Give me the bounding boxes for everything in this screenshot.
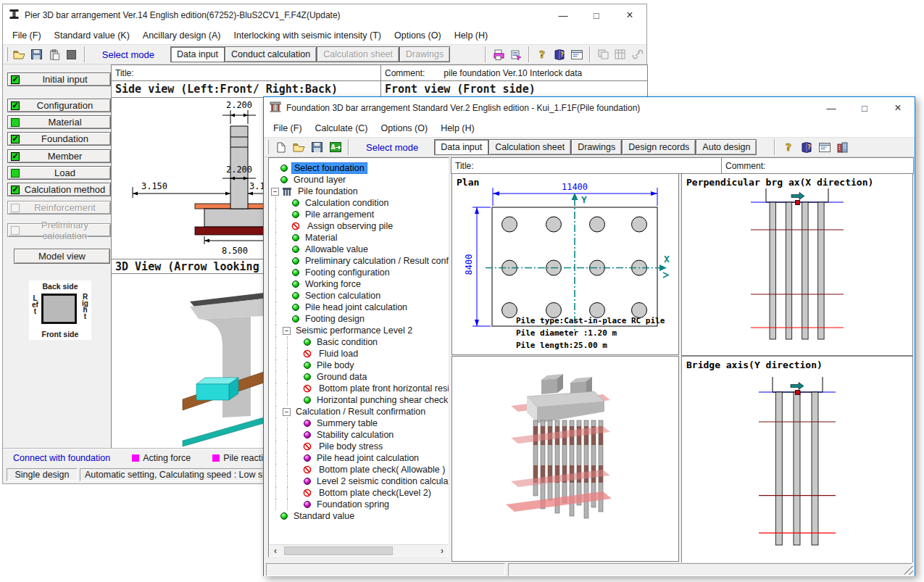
office-building-icon[interactable] [833,139,852,155]
tree-item-ground-layer[interactable]: Ground layer [270,174,447,186]
tree-expander-icon[interactable]: − [271,188,279,196]
grid-icon [612,46,629,62]
tree-item-pile-body[interactable]: Pile body [270,359,447,371]
tree-item-seismic-performance-level-2[interactable]: −Seismic performance Level 2 [270,325,447,336]
tree-item-pile-arrangement[interactable]: Pile arrangement [270,209,447,220]
scroll-left-button[interactable]: ‹ [270,545,281,557]
mode-button-data-input[interactable]: Data input [434,139,488,155]
maximize-button[interactable]: □ [848,97,881,119]
tree-guide [282,383,294,394]
tree-item-pile-head-joint-calculation[interactable]: Pile head joint calculation [270,452,447,464]
menu-item-options-o[interactable]: Options (O) [375,123,435,133]
print-settings-icon[interactable] [507,46,525,62]
mode-button-design-records[interactable]: Design records [622,139,696,155]
mode-button-conduct-calculation[interactable]: Conduct calculation [225,46,317,62]
sidebar-button-foundation[interactable]: ✓Foundation [7,132,111,146]
menu-item-help-h[interactable]: Help (H) [448,30,495,41]
tree-item-preliminary-calculation-result-conf[interactable]: Preliminary calculation / Result conf [270,255,447,267]
tree-item-footing-configuration[interactable]: Footing configuration [270,267,447,278]
pier-comment-field[interactable]: Comment: pile foundation Ver.10 Interloc… [380,65,648,81]
tree-item-foundation-spring[interactable]: Foundation spring [270,499,447,510]
menu-item-file-f[interactable]: File (F) [6,30,48,41]
pier-title-field[interactable]: Title: [111,65,381,81]
tree-item-calculation-result-confirmation[interactable]: −Calculation / Result confirmation [270,406,447,417]
export-icon[interactable]: A [326,139,344,155]
help-contents-icon[interactable]: ? [551,46,568,62]
tree-item-select-foundation[interactable]: Select foundation [270,162,447,174]
menu-item-ancillary-design-a[interactable]: Ancillary design (A) [136,30,228,41]
not-applicable-icon [303,442,314,452]
save-icon[interactable] [28,46,46,62]
checkbox-icon: ✓ [11,135,20,144]
mode-button-drawings[interactable]: Drawings [571,139,622,155]
open-folder-icon[interactable] [11,46,28,62]
foundation-titlebar[interactable]: Foundation 3D bar arrangement Standard V… [264,97,915,119]
tree-item-fluid-load[interactable]: Fluid load [270,348,447,359]
resize-grip[interactable] [904,566,913,575]
tree-horizontal-scrollbar[interactable]: ‹ › [270,544,448,556]
sidebar-button-initial-input[interactable]: ✓Initial input [7,72,111,86]
tree-item-bottom-plate-check-allowable[interactable]: Bottom plate check( Allowable ) [270,464,447,475]
tree-expander-icon[interactable]: − [283,327,291,335]
tree-item-summery-table[interactable]: Summery table [270,417,447,429]
foundation-title-field[interactable]: Title: [451,157,722,174]
tree-item-bottom-plate-front-horizontal-resi[interactable]: Bottom plate front horizontal resi [270,383,447,394]
scroll-right-button[interactable]: › [436,545,448,557]
tree-item-pile-body-stress[interactable]: Pile body stress [270,441,447,452]
version-info-icon[interactable] [815,139,833,155]
tree-item-pile-head-joint-calculation[interactable]: Pile head joint calculation [270,302,447,313]
tree-item-standard-value[interactable]: Standard value [270,510,447,522]
tree-item-ground-data[interactable]: Ground data [270,371,447,383]
tree-item-horizontal-punching-shear-check[interactable]: Horizontal punching shear check [270,394,447,406]
sidebar-button-configuration[interactable]: ✓Configuration [7,99,111,112]
tree-item-calculation-condition[interactable]: Calculation condition [270,197,447,209]
open-folder-icon[interactable] [290,139,308,155]
help-icon[interactable]: ? [779,139,797,155]
new-file-icon[interactable] [272,139,290,155]
close-button[interactable]: × [881,97,915,119]
tree-item-level-2-seismic-condition-calcula[interactable]: Level 2 seismic condition calcula [270,475,447,487]
paste-icon[interactable] [46,46,63,62]
save-icon[interactable] [308,139,326,155]
tree-item-pile-foundation[interactable]: −Pile foundation [270,186,447,197]
menu-item-file-f[interactable]: File (F) [267,123,309,133]
minimize-button[interactable]: — [815,97,848,119]
close-button[interactable]: × [613,4,646,26]
mode-button-auto-design[interactable]: Auto design [696,139,757,155]
menu-item-calculate-c[interactable]: Calculate (C) [309,123,375,133]
sidebar-button-member[interactable]: ✓Member [7,149,111,163]
tree-item-basic-condition[interactable]: Basic condition [270,336,447,348]
scroll-thumb[interactable] [284,546,393,555]
tree-item-section-calculation[interactable]: Section calculation [270,290,447,302]
maximize-button[interactable]: □ [580,4,613,26]
menu-item-options-o[interactable]: Options (O) [388,30,448,41]
tree-item-stability-calculation[interactable]: Stability calculation [270,429,447,441]
green-status-icon [292,199,299,207]
print-preview-icon[interactable] [490,46,507,62]
minimize-button[interactable]: — [546,4,580,26]
mode-button-calculation-sheet[interactable]: Calculation sheet [488,139,571,155]
sidebar-button-calculation-method[interactable]: ✓Calculation method [7,183,111,196]
foundation-comment-field[interactable]: Comment: [721,157,914,174]
tree-item-allowable-value[interactable]: Allowable value [270,244,447,255]
tree-item-footing-design[interactable]: Footing design [270,313,447,325]
tree-expander-icon[interactable]: − [283,408,291,416]
help-icon[interactable]: ? [533,46,551,62]
menu-item-standard-value-k[interactable]: Standard value (K) [48,30,136,41]
pier-titlebar[interactable]: Pier 3D bar arrangement Ver.14 English e… [3,4,646,26]
menu-item-help-h[interactable]: Help (H) [434,123,481,133]
tree-guide [282,452,294,464]
tree-item-bottom-plate-check-level-2[interactable]: Bottom plate check(Level 2) [270,487,447,499]
help-contents-icon[interactable]: ? [797,139,815,155]
tree-item-assign-observing-pile[interactable]: Assign observing pile [270,220,447,232]
sidebar-button-load[interactable]: Load [7,166,111,180]
model-view-button[interactable]: Model view [14,249,110,264]
connect-with-foundation-link[interactable]: Connect with foundation [13,453,110,463]
mode-button-data-input[interactable]: Data input [170,46,225,62]
sidebar-button-label: Reinforcement [20,202,110,213]
sidebar-button-material[interactable]: Material [7,115,111,129]
menu-item-interlocking-with-seismic-intensity-t[interactable]: Interlocking with seismic intensity (T) [228,30,388,41]
version-info-icon[interactable] [568,46,586,62]
tree-item-material[interactable]: Material [270,232,447,244]
tree-item-working-force[interactable]: Working force [270,278,447,290]
